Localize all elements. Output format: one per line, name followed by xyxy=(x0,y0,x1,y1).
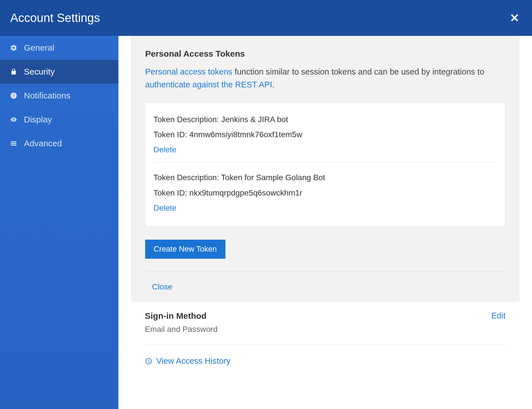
gear-icon xyxy=(9,44,19,52)
modal-header: Account Settings ✕ xyxy=(0,0,532,36)
eye-icon xyxy=(9,116,19,123)
sidebar: General Security Notifications Display xyxy=(0,36,118,409)
alert-icon xyxy=(9,92,19,99)
modal-title: Account Settings xyxy=(10,11,100,25)
token-id-line: Token ID: 4nmw6msiyi8tmnk76oxf1tem5w xyxy=(153,127,497,142)
token-row: Token Description: Jenkins & JIRA bot To… xyxy=(153,111,497,163)
pat-desc-text-1: function similar to session tokens and c… xyxy=(232,67,484,76)
sidebar-item-general[interactable]: General xyxy=(0,36,118,60)
sidebar-item-label: Security xyxy=(24,67,55,77)
token-id-label: Token ID: xyxy=(153,188,189,197)
token-id-label: Token ID: xyxy=(153,130,189,139)
delete-token-link[interactable]: Delete xyxy=(153,200,176,215)
signin-method-section: Sign-in Method Email and Password Edit xyxy=(131,301,519,334)
token-description-line: Token Description: Token for Sample Gola… xyxy=(153,170,497,185)
list-icon xyxy=(9,140,19,147)
lock-icon xyxy=(9,68,19,75)
sidebar-item-display[interactable]: Display xyxy=(0,108,118,131)
create-new-token-button[interactable]: Create New Token xyxy=(145,240,225,259)
token-description-value: Jenkins & JIRA bot xyxy=(221,115,288,124)
view-access-history-label: View Access History xyxy=(156,356,231,366)
pat-desc-text-2: . xyxy=(272,80,274,89)
sidebar-item-security[interactable]: Security xyxy=(0,60,118,84)
token-id-line: Token ID: nkx9tumqrpdgpe5q6sowckhm1r xyxy=(153,185,497,200)
pat-doc-link[interactable]: Personal access tokens xyxy=(145,67,232,76)
token-id-value: nkx9tumqrpdgpe5q6sowckhm1r xyxy=(189,188,302,197)
clock-icon xyxy=(145,357,152,365)
sidebar-item-advanced[interactable]: Advanced xyxy=(0,131,118,155)
sidebar-item-label: Notifications xyxy=(24,91,70,100)
sidebar-item-label: Display xyxy=(24,115,52,124)
token-row: Token Description: Token for Sample Gola… xyxy=(153,162,497,221)
pat-section-title: Personal Access Tokens xyxy=(145,49,505,59)
edit-signin-link[interactable]: Edit xyxy=(491,311,506,320)
token-description-line: Token Description: Jenkins & JIRA bot xyxy=(153,112,497,127)
token-description-label: Token Description: xyxy=(153,173,221,182)
close-panel-link[interactable]: Close xyxy=(152,282,172,291)
view-access-history-link[interactable]: View Access History xyxy=(131,345,519,366)
token-description-value: Token for Sample Golang Bot xyxy=(221,173,325,182)
modal-body: General Security Notifications Display xyxy=(0,36,532,409)
signin-method-value: Email and Password xyxy=(145,325,217,334)
sidebar-item-label: General xyxy=(24,43,54,53)
personal-access-tokens-panel: Personal Access Tokens Personal access t… xyxy=(131,36,519,301)
close-icon[interactable]: ✕ xyxy=(508,11,521,25)
main-content: Personal Access Tokens Personal access t… xyxy=(118,36,532,409)
token-description-label: Token Description: xyxy=(153,115,221,124)
signin-title: Sign-in Method xyxy=(145,311,217,321)
panel-divider xyxy=(145,271,505,272)
account-settings-modal: Account Settings ✕ General Security N xyxy=(0,0,532,409)
sidebar-item-notifications[interactable]: Notifications xyxy=(0,84,118,108)
delete-token-link[interactable]: Delete xyxy=(153,142,176,157)
sidebar-item-label: Advanced xyxy=(24,139,62,148)
pat-description: Personal access tokens function similar … xyxy=(145,65,505,91)
signin-info: Sign-in Method Email and Password xyxy=(145,311,217,334)
token-id-value: 4nmw6msiyi8tmnk76oxf1tem5w xyxy=(189,130,302,139)
tokens-list: Token Description: Jenkins & JIRA bot To… xyxy=(145,102,505,227)
pat-api-doc-link[interactable]: authenticate against the REST API xyxy=(145,80,272,89)
